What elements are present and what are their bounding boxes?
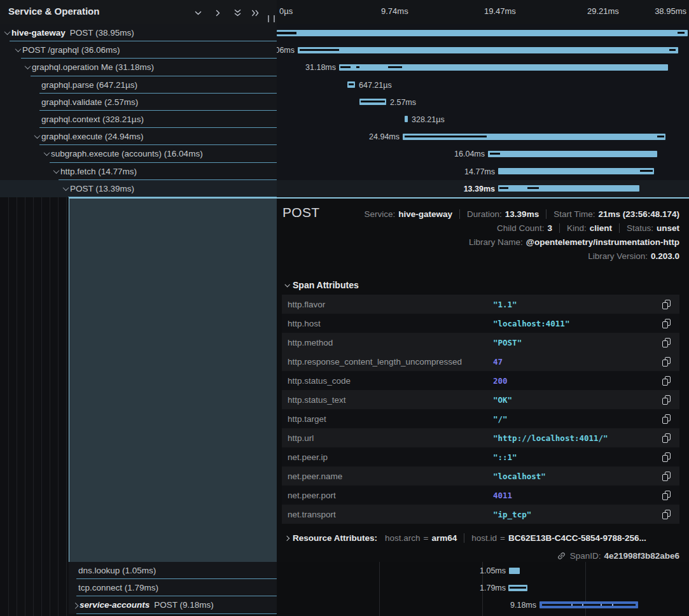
- copy-icon[interactable]: [662, 300, 671, 309]
- span-row[interactable]: 328.21µs: [277, 111, 689, 128]
- attribute-key: http.flavor: [288, 300, 325, 309]
- span-bar[interactable]: [359, 99, 386, 105]
- tree-row[interactable]: service-accounts POST (9.18ms): [69, 596, 277, 613]
- operation-name: graphql.execute (24.94ms): [41, 132, 144, 141]
- copy-icon[interactable]: [662, 510, 671, 519]
- status-value: unset: [657, 223, 679, 233]
- span-bar[interactable]: [347, 81, 355, 88]
- span-row[interactable]: 1.05ms: [277, 562, 689, 579]
- tree-row-selected[interactable]: POST (13.39ms): [0, 180, 277, 197]
- span-row[interactable]: 31.18ms: [277, 59, 689, 76]
- copy-icon[interactable]: [662, 338, 671, 347]
- span-bar[interactable]: [298, 47, 678, 53]
- span-bar[interactable]: [405, 116, 408, 122]
- attribute-value: "POST": [493, 338, 522, 347]
- copy-icon[interactable]: [662, 357, 671, 367]
- copy-icon[interactable]: [662, 376, 671, 386]
- span-row-selected[interactable]: 13.39ms: [277, 180, 689, 197]
- tree-row[interactable]: graphql.parse (647.21µs): [0, 76, 277, 94]
- span-attributes-toggle[interactable]: Span Attributes: [282, 280, 359, 290]
- chevron-right-icon[interactable]: [71, 601, 80, 609]
- tree-row[interactable]: graphql.validate (2.57ms): [0, 94, 277, 111]
- span-row[interactable]: 36.06ms: [277, 41, 689, 59]
- copy-icon[interactable]: [662, 395, 671, 405]
- timeline-ruler[interactable]: 0µs 9.74ms 19.47ms 29.21ms 38.95ms: [277, 0, 689, 25]
- attribute-row[interactable]: http.url "http://localhost:4011/": [282, 428, 679, 447]
- column-resizer-grip[interactable]: [268, 15, 275, 22]
- copy-icon[interactable]: [662, 491, 671, 500]
- attribute-key: http.host: [288, 319, 321, 328]
- tick-label: 29.21ms: [587, 6, 619, 16]
- resource-attributes-toggle[interactable]: Resource Attributes: host.arch = arm64 h…: [282, 533, 679, 543]
- service-name: service-accounts: [80, 600, 150, 610]
- trace-timeline-view: 0µs 9.74ms 19.47ms 29.21ms 38.95ms 38.95…: [0, 0, 689, 616]
- expanded-detail-spacer: [69, 197, 277, 562]
- attribute-row[interactable]: http.response_content_length_uncompresse…: [282, 352, 679, 371]
- chevron-down-icon[interactable]: [52, 167, 60, 176]
- attribute-row[interactable]: http.host "localhost:4011": [282, 314, 679, 333]
- span-bar[interactable]: [509, 568, 520, 574]
- copy-icon[interactable]: [662, 472, 671, 481]
- tree-row[interactable]: graphql.execute (24.94ms): [0, 128, 277, 145]
- attribute-row[interactable]: net.peer.port 4011: [282, 486, 679, 505]
- span-bar[interactable]: [498, 185, 639, 192]
- span-row[interactable]: 14.77ms: [277, 163, 689, 180]
- chevron-down-icon[interactable]: [3, 29, 11, 37]
- tree-row[interactable]: POST /graphql (36.06ms): [0, 41, 277, 59]
- attribute-row[interactable]: http.flavor "1.1": [282, 295, 679, 314]
- chevron-down-icon[interactable]: [24, 63, 32, 71]
- attribute-row[interactable]: http.status_text "OK": [282, 390, 679, 409]
- attribute-row[interactable]: net.peer.name "localhost": [282, 466, 679, 486]
- tree-row[interactable]: hive-gateway POST (38.95ms): [0, 24, 277, 41]
- span-bar[interactable]: [339, 64, 668, 71]
- attribute-row[interactable]: net.peer.ip "::1": [282, 447, 679, 466]
- tree-row[interactable]: graphql.operation Me (31.18ms): [0, 59, 277, 76]
- tree-row[interactable]: graphql.context (328.21µs): [0, 111, 277, 128]
- copy-icon[interactable]: [662, 414, 671, 424]
- link-icon[interactable]: [557, 551, 566, 561]
- operation-name: graphql.context (328.21µs): [41, 115, 144, 124]
- span-bar[interactable]: [403, 134, 665, 140]
- duration-label: Duration:: [467, 209, 502, 219]
- copy-icon[interactable]: [662, 433, 671, 443]
- span-row[interactable]: 647.21µs: [277, 76, 689, 94]
- chevron-down-icon[interactable]: [62, 185, 70, 193]
- tick-label: 9.74ms: [381, 6, 408, 16]
- library-name-label: Library Name:: [469, 237, 523, 247]
- attribute-value: "1.1": [493, 300, 517, 309]
- span-bar[interactable]: [498, 168, 654, 174]
- span-tree-bottom: dns.lookup (1.05ms) tcp.connect (1.79ms)…: [69, 562, 277, 614]
- library-version-label: Library Version:: [588, 251, 648, 261]
- chevron-down-icon[interactable]: [43, 150, 51, 158]
- span-row[interactable]: 2.57ms: [277, 94, 689, 111]
- attribute-row[interactable]: http.target "/": [282, 409, 679, 428]
- attribute-row[interactable]: net.transport "ip_tcp": [282, 505, 679, 524]
- span-bar[interactable]: [488, 151, 657, 157]
- span-id-row: SpanID: 4e21998f3b82abe6: [557, 551, 679, 561]
- chevron-down-icon[interactable]: [33, 132, 41, 141]
- span-row[interactable]: 38.95ms: [277, 24, 689, 41]
- start-time-value: 21ms (23:56:48.174): [598, 209, 679, 219]
- chevron-down-icon[interactable]: [14, 46, 22, 54]
- span-row[interactable]: 1.79ms: [277, 579, 689, 596]
- collapse-all-button[interactable]: [232, 7, 243, 18]
- tree-row[interactable]: dns.lookup (1.05ms): [69, 562, 277, 579]
- expand-one-button[interactable]: [212, 7, 223, 18]
- equals-sign: =: [424, 533, 429, 543]
- span-bar[interactable]: [277, 30, 688, 36]
- attribute-row[interactable]: http.status_code 200: [282, 371, 679, 390]
- span-row[interactable]: 24.94ms: [277, 128, 689, 145]
- tree-row[interactable]: subgraph.execute (accounts) (16.04ms): [0, 145, 277, 162]
- span-bar[interactable]: [508, 585, 527, 591]
- copy-icon[interactable]: [662, 319, 671, 328]
- collapse-one-button[interactable]: [192, 7, 204, 18]
- tree-row[interactable]: tcp.connect (1.79ms): [69, 579, 277, 596]
- span-row[interactable]: 16.04ms: [277, 145, 689, 162]
- span-bar[interactable]: [539, 601, 638, 608]
- double-chevron-right-icon: [251, 8, 260, 18]
- expand-all-button[interactable]: [249, 7, 261, 18]
- span-row[interactable]: 9.18ms: [277, 596, 689, 613]
- copy-icon[interactable]: [662, 452, 671, 462]
- tree-row[interactable]: http.fetch (14.77ms): [0, 163, 277, 180]
- attribute-row[interactable]: http.method "POST": [282, 333, 679, 352]
